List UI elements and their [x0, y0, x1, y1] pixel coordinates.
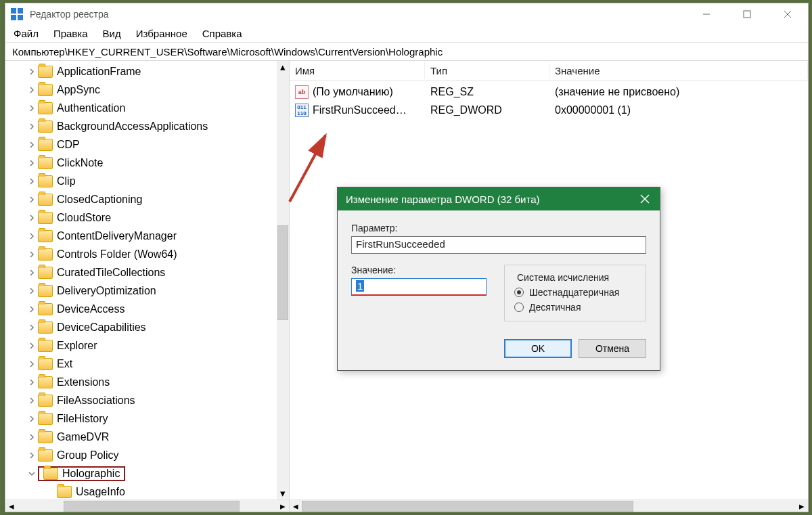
chevron-right-icon[interactable] [26, 196, 38, 203]
dialog-titlebar[interactable]: Изменение параметра DWORD (32 бита) [338, 187, 660, 210]
minimize-button[interactable] [686, 3, 727, 25]
tree-item[interactable]: CloudStore [5, 208, 289, 227]
tree-item[interactable]: ContentDeliveryManager [5, 227, 289, 245]
ok-button[interactable]: OK [504, 339, 572, 358]
address-bar[interactable]: Компьютер\HKEY_CURRENT_USER\Software\Mic… [5, 42, 808, 61]
tree-item[interactable]: FileAssociations [5, 391, 289, 409]
menu-favorites[interactable]: Избранное [136, 28, 187, 39]
tree-item[interactable]: DeviceAccess [5, 300, 289, 318]
chevron-right-icon[interactable] [26, 68, 38, 75]
tree-hscrollbar[interactable]: ◂ ▸ [5, 499, 289, 512]
folder-icon [38, 248, 53, 261]
col-value[interactable]: Значение [549, 62, 808, 79]
tree-item-label: DeviceCapabilities [57, 321, 146, 334]
maximize-button[interactable] [727, 3, 767, 25]
col-type[interactable]: Тип [425, 62, 549, 79]
menu-edit[interactable]: Правка [53, 28, 88, 39]
tree-item[interactable]: DeviceCapabilities [5, 318, 289, 336]
scroll-up-icon[interactable]: ▴ [277, 61, 289, 73]
folder-icon [38, 102, 53, 114]
scroll-left-icon[interactable]: ◂ [290, 500, 302, 512]
folder-icon [38, 358, 53, 370]
chevron-down-icon[interactable] [26, 470, 38, 477]
tree-item-label: Ext [57, 358, 72, 370]
tree-item[interactable]: Holographic [5, 464, 289, 483]
tree-item-label: FileAssociations [57, 395, 135, 407]
param-name-field[interactable]: FirstRunSucceeded [351, 236, 646, 254]
tree-item[interactable]: Controls Folder (Wow64) [5, 245, 289, 263]
chevron-right-icon[interactable] [26, 233, 38, 240]
tree-item[interactable]: ApplicationFrame [5, 62, 289, 81]
chevron-right-icon[interactable] [26, 87, 38, 93]
menu-file[interactable]: Файл [14, 28, 39, 39]
value-type: REG_DWORD [425, 104, 549, 116]
chevron-right-icon[interactable] [26, 342, 38, 349]
chevron-right-icon[interactable] [26, 160, 38, 166]
tree-item[interactable]: Ext [5, 355, 289, 373]
tree-item[interactable]: Authentication [5, 99, 289, 117]
window-title: Редактор реестра [30, 9, 686, 20]
tree-item[interactable]: UsageInfo [5, 483, 289, 499]
chevron-right-icon[interactable] [26, 288, 38, 294]
chevron-right-icon[interactable] [26, 416, 38, 422]
tree-item[interactable]: BackgroundAccessApplications [5, 117, 289, 135]
folder-icon [38, 376, 53, 388]
tree-item[interactable]: Explorer [5, 336, 289, 355]
radio-dec[interactable]: Десятичная [514, 302, 636, 313]
chevron-right-icon[interactable] [26, 361, 38, 367]
tree-item-label: CuratedTileCollections [57, 267, 165, 279]
tree-item[interactable]: Clip [5, 172, 289, 190]
radio-hex[interactable]: Шестнадцатеричная [514, 287, 636, 298]
tree-item-label: Authentication [57, 102, 125, 114]
scroll-right-icon[interactable]: ▸ [796, 500, 808, 512]
chevron-right-icon[interactable] [26, 215, 38, 221]
hscroll-thumb[interactable] [302, 501, 633, 512]
menu-help[interactable]: Справка [202, 28, 242, 39]
tree-item-label: Group Policy [57, 449, 119, 462]
menu-view[interactable]: Вид [103, 28, 121, 39]
tree-item[interactable]: ClickNote [5, 154, 289, 172]
hscroll-thumb[interactable] [64, 501, 240, 512]
chevron-right-icon[interactable] [26, 434, 38, 441]
chevron-right-icon[interactable] [26, 269, 38, 276]
tree-item[interactable]: FileHistory [5, 409, 289, 428]
scroll-thumb[interactable] [277, 225, 288, 320]
radio-icon [514, 303, 524, 312]
tree-item-label: FileHistory [57, 413, 108, 425]
scroll-left-icon[interactable]: ◂ [5, 500, 18, 512]
tree-item[interactable]: ClosedCaptioning [5, 190, 289, 208]
chevron-right-icon[interactable] [26, 178, 38, 185]
tree-item[interactable]: CuratedTileCollections [5, 263, 289, 282]
scroll-right-icon[interactable]: ▸ [277, 500, 289, 512]
regedit-icon [11, 8, 23, 20]
chevron-right-icon[interactable] [26, 306, 38, 313]
close-button[interactable] [767, 3, 808, 25]
chevron-right-icon[interactable] [26, 324, 38, 331]
tree-item[interactable]: Group Policy [5, 446, 289, 464]
address-text: Компьютер\HKEY_CURRENT_USER\Software\Mic… [12, 46, 443, 58]
chevron-right-icon[interactable] [26, 105, 38, 112]
chevron-right-icon[interactable] [26, 251, 38, 258]
chevron-right-icon[interactable] [26, 397, 38, 404]
annotation-arrow-icon [279, 127, 340, 208]
tree-item[interactable]: DeliveryOptimization [5, 282, 289, 300]
tree-item[interactable]: Extensions [5, 373, 289, 391]
chevron-right-icon[interactable] [26, 379, 38, 386]
chevron-right-icon[interactable] [26, 452, 38, 459]
tree[interactable]: ApplicationFrameAppSyncAuthenticationBac… [5, 61, 289, 499]
list-row[interactable]: ab (По умолчанию) REG_SZ (значение не пр… [290, 83, 808, 101]
tree-item[interactable]: AppSync [5, 81, 289, 99]
col-name[interactable]: Имя [290, 62, 425, 79]
dialog-close-button[interactable] [630, 187, 660, 210]
tree-item[interactable]: CDP [5, 135, 289, 154]
cancel-button[interactable]: Отмена [579, 339, 646, 358]
chevron-right-icon[interactable] [26, 123, 38, 130]
tree-item-label: ApplicationFrame [57, 66, 141, 78]
scroll-down-icon[interactable]: ▾ [277, 487, 289, 499]
list-row[interactable]: 011110 FirstRunSucceed… REG_DWORD 0x0000… [290, 101, 808, 119]
list-hscrollbar[interactable]: ◂ ▸ [290, 499, 808, 512]
value-data-field[interactable]: 1 [351, 278, 487, 296]
tree-item[interactable]: GameDVR [5, 428, 289, 446]
chevron-right-icon[interactable] [26, 141, 38, 148]
folder-icon [38, 321, 53, 334]
